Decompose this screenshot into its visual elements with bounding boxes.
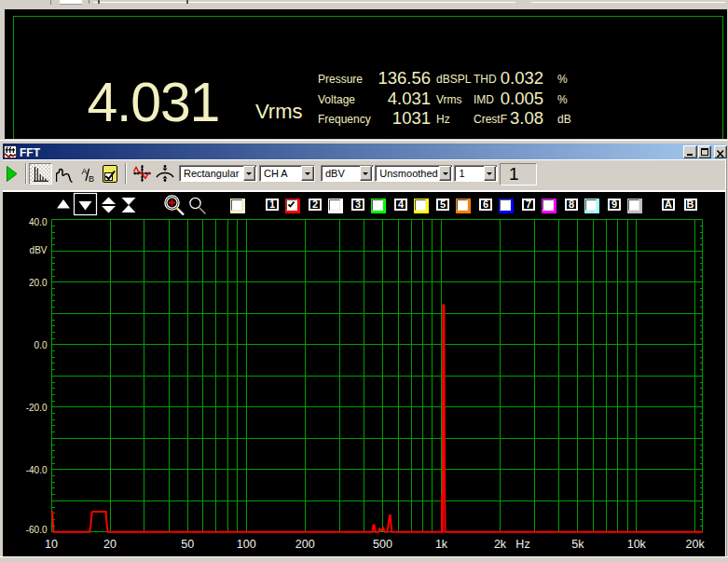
svg-text:10: 10 (45, 538, 58, 551)
svg-text:100: 100 (237, 538, 256, 551)
svg-text:1k: 1k (435, 538, 448, 551)
svg-text:-60.0: -60.0 (26, 525, 48, 535)
svg-text:0.0: 0.0 (34, 340, 48, 350)
svg-text:dBV: dBV (30, 245, 48, 255)
svg-text:500: 500 (373, 538, 392, 551)
svg-text:200: 200 (295, 538, 315, 551)
svg-text:50: 50 (181, 538, 194, 551)
svg-text:10k: 10k (627, 538, 647, 551)
svg-text:5k: 5k (571, 538, 584, 551)
svg-text:-20.0: -20.0 (26, 403, 48, 413)
svg-text:20k: 20k (686, 538, 706, 551)
svg-text:Hz: Hz (515, 538, 529, 551)
svg-text:-40.0: -40.0 (26, 465, 48, 475)
svg-text:2k: 2k (494, 538, 507, 551)
svg-text:20.0: 20.0 (29, 278, 48, 288)
svg-text:20: 20 (103, 538, 117, 551)
svg-text:40.0: 40.0 (29, 217, 48, 227)
